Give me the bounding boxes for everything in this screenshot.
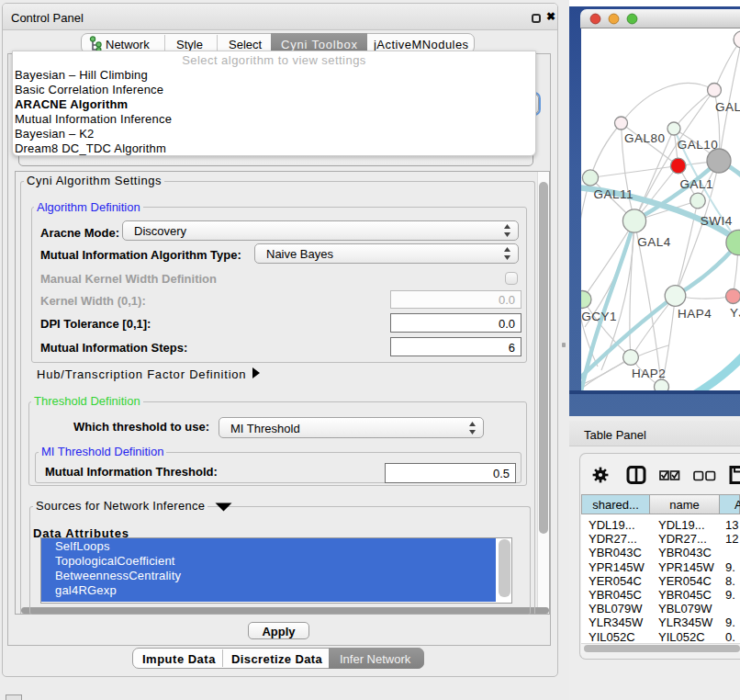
svg-text:HAP4: HAP4 <box>678 307 712 321</box>
svg-text:GCY1: GCY1 <box>581 310 617 323</box>
svg-text:GAL4: GAL4 <box>637 235 671 249</box>
svg-text:GAL80: GAL80 <box>624 131 666 145</box>
svg-text:GAL10: GAL10 <box>678 138 719 152</box>
svg-text:GAL7: GAL7 <box>715 100 740 114</box>
svg-text:GAL1: GAL1 <box>679 177 713 191</box>
svg-text:YJ: YJ <box>730 306 740 320</box>
svg-text:HAP2: HAP2 <box>632 367 666 380</box>
svg-text:GAL11: GAL11 <box>594 187 634 201</box>
svg-text:SWI4: SWI4 <box>701 214 733 228</box>
